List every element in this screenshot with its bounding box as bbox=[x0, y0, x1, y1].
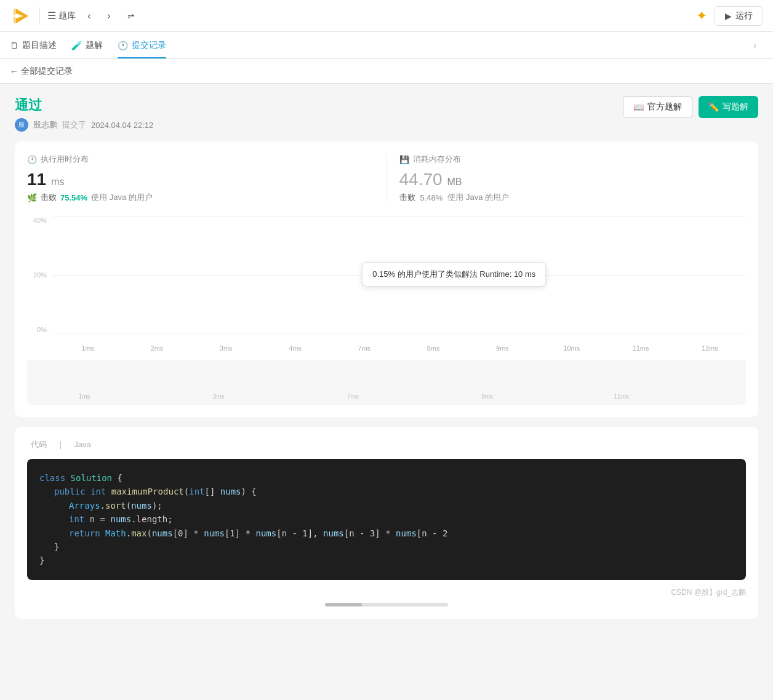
x-label-4ms: 4ms bbox=[262, 344, 329, 352]
mem-stats-col: 💾 消耗内存分布 44.70 MB 击败 5.48% 使用 Java 的用户 bbox=[399, 154, 747, 203]
mem-unit: MB bbox=[447, 177, 462, 187]
scroll-hint[interactable] bbox=[27, 603, 746, 607]
y-label-20: 20% bbox=[27, 271, 49, 279]
time-value: 11 bbox=[27, 170, 46, 189]
hint-icon[interactable]: ✦ bbox=[696, 8, 707, 24]
scroll-track bbox=[325, 603, 448, 607]
time-unit: ms bbox=[51, 177, 64, 187]
mem-beat: 击败 5.48% 使用 Java 的用户 bbox=[399, 192, 747, 203]
code-lang: Java bbox=[74, 440, 90, 449]
status-right: 📖 官方题解 ✏️ 写题解 bbox=[623, 96, 758, 118]
time-beat-pct: 75.54% bbox=[60, 193, 87, 202]
write-solution-button[interactable]: ✏️ 写题解 bbox=[699, 96, 758, 118]
time-beat: 🌿 击败 75.54% 使用 Java 的用户 bbox=[27, 192, 374, 203]
author-name: 殷志鹏 bbox=[33, 119, 57, 130]
code-line-6: } bbox=[39, 540, 734, 554]
tab-description[interactable]: 🗒 题目描述 bbox=[10, 32, 57, 58]
edit-icon: ✏️ bbox=[708, 102, 719, 112]
run-button[interactable]: ▶ 运行 bbox=[715, 6, 763, 26]
status-section: 通过 殷 殷志鹏 提交于 2024.04.04 22:12 📖 官方题解 ✏️ … bbox=[15, 96, 758, 132]
svg-marker-1 bbox=[14, 9, 16, 23]
stats-divider bbox=[386, 154, 387, 203]
x-label-12ms: 12ms bbox=[676, 344, 743, 352]
expand-icon[interactable]: › bbox=[753, 41, 763, 50]
prev-arrow[interactable]: ‹ bbox=[81, 7, 98, 25]
scroll-thumb[interactable] bbox=[325, 603, 362, 607]
top-nav: ☰ 题库 ‹ › ⇌ ✦ ▶ 运行 bbox=[0, 0, 773, 32]
time-value-row: 11 ms bbox=[27, 170, 374, 189]
svg-marker-0 bbox=[16, 9, 28, 23]
book-icon: 📖 bbox=[633, 102, 644, 112]
tab-solution[interactable]: 🧪 题解 bbox=[71, 32, 103, 58]
code-line-1: class Solution { bbox=[39, 471, 734, 485]
x-label-1ms: 1ms bbox=[54, 344, 121, 352]
tab-bar: 🗒 题目描述 🧪 题解 🕐 提交记录 › bbox=[0, 32, 773, 59]
avatar: 殷 bbox=[15, 118, 28, 132]
time-label: 🕐 执行用时分布 bbox=[27, 154, 374, 165]
mem-value-row: 44.70 MB bbox=[399, 170, 747, 189]
y-label-0: 0% bbox=[27, 326, 49, 333]
back-button[interactable]: ← 全部提交记录 bbox=[10, 66, 73, 77]
code-line-7: } bbox=[39, 554, 734, 567]
hands-icon: 🌿 bbox=[27, 193, 37, 202]
chart-container: 40% 20% 0% bbox=[27, 210, 746, 358]
nav-right: ✦ ▶ 运行 bbox=[696, 6, 763, 26]
solution-icon: 🧪 bbox=[71, 41, 82, 50]
description-icon: 🗒 bbox=[10, 41, 18, 50]
watermark: CSDN @殷】grd_志鹏 bbox=[27, 587, 746, 598]
chart-tooltip: 0.15% 的用户使用了类似解法 Runtime: 10 ms bbox=[362, 262, 546, 287]
x-axis: 1ms 2ms 3ms 4ms 7ms 8ms 9ms 10ms 11ms 12… bbox=[52, 344, 746, 352]
code-lang-label: 代码 bbox=[31, 440, 47, 449]
code-block: class Solution { public int maximumProdu… bbox=[27, 459, 746, 580]
logo[interactable] bbox=[10, 5, 32, 27]
y-axis: 40% 20% 0% bbox=[27, 217, 49, 333]
status-meta: 殷 殷志鹏 提交于 2024.04.04 22:12 bbox=[15, 118, 153, 132]
time-stats-col: 🕐 执行用时分布 11 ms 🌿 击败 75.54% 使用 Java 的用户 bbox=[27, 154, 374, 203]
mini-x-labels: 1ms 3ms 7ms 9ms 11ms bbox=[52, 391, 721, 400]
back-arrow-icon: ← bbox=[10, 66, 18, 76]
stats-card: 🕐 执行用时分布 11 ms 🌿 击败 75.54% 使用 Java 的用户 bbox=[15, 141, 758, 417]
tab-submissions[interactable]: 🕐 提交记录 bbox=[118, 32, 166, 58]
mini-chart: 1ms 3ms 7ms 9ms 11ms bbox=[27, 360, 746, 405]
mem-label: 💾 消耗内存分布 bbox=[399, 154, 747, 165]
problem-list-nav[interactable]: ☰ 题库 bbox=[47, 10, 76, 22]
memory-icon: 💾 bbox=[399, 155, 409, 164]
x-label-11ms: 11ms bbox=[607, 344, 674, 352]
code-line-5: return Math . max ( nums [0] * nums [1] … bbox=[39, 527, 734, 540]
mem-value: 44.70 bbox=[399, 170, 443, 189]
submit-date: 2024.04.04 22:12 bbox=[91, 121, 153, 130]
shuffle-icon[interactable]: ⇌ bbox=[122, 7, 140, 25]
code-meta: 代码 ｜ Java bbox=[27, 439, 746, 450]
submissions-icon: 🕐 bbox=[118, 41, 128, 50]
chart-inner: 0.15% 的用户使用了类似解法 Runtime: 10 ms 1ms 2ms … bbox=[52, 210, 746, 358]
play-icon: ▶ bbox=[725, 11, 732, 21]
x-label-7ms: 7ms bbox=[330, 344, 398, 352]
code-section: 代码 ｜ Java class Solution { public int ma… bbox=[15, 427, 758, 619]
status-pass: 通过 bbox=[15, 96, 153, 114]
sub-header: ← 全部提交记录 bbox=[0, 59, 773, 84]
x-label-8ms: 8ms bbox=[399, 344, 467, 352]
x-label-2ms: 2ms bbox=[123, 344, 190, 352]
official-solution-button[interactable]: 📖 官方题解 bbox=[623, 96, 692, 118]
code-line-4: int n = nums .length; bbox=[39, 512, 734, 526]
x-label-3ms: 3ms bbox=[193, 344, 260, 352]
mini-bars bbox=[52, 366, 721, 391]
code-line-2: public int maximumProduct ( int [] nums … bbox=[39, 485, 734, 498]
main-content: 通过 殷 殷志鹏 提交于 2024.04.04 22:12 📖 官方题解 ✏️ … bbox=[0, 84, 773, 700]
mem-beat-pct: 5.48% bbox=[420, 193, 443, 202]
x-label-10ms: 10ms bbox=[538, 344, 605, 352]
stats-row: 🕐 执行用时分布 11 ms 🌿 击败 75.54% 使用 Java 的用户 bbox=[27, 154, 746, 203]
nav-arrows: ‹ › ⇌ bbox=[81, 7, 140, 25]
submit-text: 提交于 bbox=[62, 119, 86, 130]
status-left: 通过 殷 殷志鹏 提交于 2024.04.04 22:12 bbox=[15, 96, 153, 132]
next-arrow[interactable]: › bbox=[100, 7, 118, 25]
code-line-3: Arrays . sort ( nums ); bbox=[39, 499, 734, 512]
x-label-9ms: 9ms bbox=[469, 344, 536, 352]
clock-icon: 🕐 bbox=[27, 155, 37, 164]
y-label-40: 40% bbox=[27, 217, 49, 224]
nav-divider bbox=[39, 7, 40, 25]
